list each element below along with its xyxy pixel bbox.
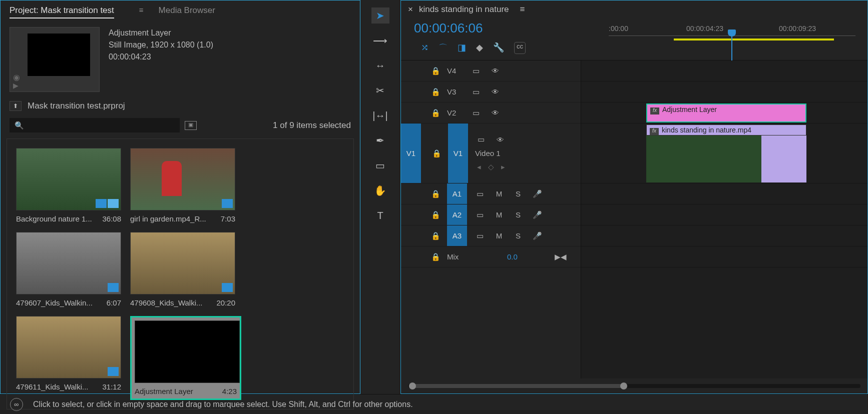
captions-icon[interactable]: cc xyxy=(514,42,526,54)
lock-icon[interactable]: 🔒 xyxy=(431,88,440,96)
bin-item-selected[interactable]: Adjustment Layer4:23 xyxy=(130,316,241,400)
solo-button[interactable]: S xyxy=(512,190,524,198)
creative-cloud-icon[interactable]: ∞ xyxy=(10,398,23,411)
fx-badge-icon: fx xyxy=(650,108,659,114)
voiceover-icon[interactable]: 🎤 xyxy=(531,190,543,198)
bin-item[interactable]: 479611_Kids_Walki...31:12 xyxy=(16,316,121,400)
lock-icon[interactable]: 🔒 xyxy=(432,149,441,158)
mute-button[interactable]: M xyxy=(493,210,505,219)
bin-item[interactable]: 479607_Kids_Walkin...6:07 xyxy=(16,232,121,307)
pen-tool-icon[interactable]: ✒ xyxy=(371,132,389,148)
slip-tool-icon[interactable]: |↔| xyxy=(371,108,389,124)
status-text: Click to select, or click in empty space… xyxy=(33,400,413,409)
eye-icon[interactable]: 👁 xyxy=(489,66,501,75)
track-a1[interactable]: 🔒 A1 ▭ M S 🎤 xyxy=(401,184,581,204)
sequence-name[interactable]: kinds standing in nature xyxy=(419,4,509,14)
track-v1[interactable]: V1 🔒 V1 ▭ 👁 Video 1 ◂ ◇ ▸ xyxy=(401,124,581,184)
new-bin-button[interactable]: ▣ xyxy=(185,121,197,130)
solo-button[interactable]: S xyxy=(512,232,524,240)
search-input[interactable] xyxy=(10,118,180,132)
track-select-tool-icon[interactable]: ⟶ xyxy=(371,32,389,48)
media-bin: Background nature 1...36:08 girl in gard… xyxy=(7,138,354,410)
sync-lock-icon[interactable]: ▭ xyxy=(470,88,482,96)
ripple-edit-tool-icon[interactable]: ↔ xyxy=(371,58,389,74)
target-a1[interactable]: A1 xyxy=(447,184,467,204)
lock-icon[interactable]: 🔒 xyxy=(431,190,440,198)
camera-icon: ◉ xyxy=(13,72,20,82)
target-v1[interactable]: V1 xyxy=(448,124,468,183)
sync-lock-icon[interactable]: ▭ xyxy=(470,66,482,76)
project-panel: Project: Mask transition test ≡ Media Br… xyxy=(0,0,360,394)
timeline-panel: × kinds standing in nature ≡ 00:00:06:06… xyxy=(400,0,868,394)
settings-icon[interactable]: 🔧 xyxy=(493,42,504,54)
project-filename: Mask transition test.prproj xyxy=(28,101,125,111)
voiceover-icon[interactable]: 🎤 xyxy=(531,232,543,240)
sync-lock-icon[interactable]: ▭ xyxy=(474,232,486,240)
panel-menu-icon[interactable]: ≡ xyxy=(139,6,144,18)
target-a2[interactable]: A2 xyxy=(447,204,467,225)
sync-lock-icon[interactable]: ▭ xyxy=(470,108,482,118)
insert-tool-icon[interactable]: ⤮ xyxy=(421,42,428,54)
marker-icon[interactable]: ◆ xyxy=(476,42,483,54)
eye-icon[interactable]: 👁 xyxy=(489,88,501,96)
preview-thumbnail[interactable]: ◉ ▶ xyxy=(10,27,100,92)
sync-lock-icon[interactable]: ▭ xyxy=(474,210,486,220)
mute-button[interactable]: M xyxy=(493,190,505,198)
tools-panel: ➤ ⟶ ↔ ✂ |↔| ✒ ▭ ✋ T xyxy=(360,0,400,394)
type-tool-icon[interactable]: T xyxy=(371,208,389,224)
sequence-menu-icon[interactable]: ≡ xyxy=(520,4,525,14)
lock-icon[interactable]: 🔒 xyxy=(431,210,440,220)
linked-selection-icon[interactable]: ◨ xyxy=(458,42,466,54)
voiceover-icon[interactable]: 🎤 xyxy=(531,210,543,220)
bin-item[interactable]: girl in garden.mp4_R...7:03 xyxy=(130,148,235,223)
target-a3[interactable]: A3 xyxy=(447,226,467,246)
bin-item[interactable]: Background nature 1...36:08 xyxy=(16,148,121,223)
mute-button[interactable]: M xyxy=(493,232,505,240)
track-a3[interactable]: 🔒 A3 ▭ M S 🎤 xyxy=(401,226,581,246)
timeline-scrollbar[interactable] xyxy=(401,378,867,394)
clip-thumbnail xyxy=(646,136,761,182)
solo-button[interactable]: S xyxy=(512,210,524,219)
lock-icon[interactable]: 🔒 xyxy=(431,252,440,262)
lock-icon[interactable]: 🔒 xyxy=(431,66,440,76)
track-a2[interactable]: 🔒 A2 ▭ M S 🎤 xyxy=(401,204,581,226)
clip-adjustment-layer[interactable]: fxAdjustment Layer xyxy=(646,104,806,122)
add-keyframe-icon[interactable]: ◇ xyxy=(488,162,494,172)
folder-up-button[interactable]: ⬆ xyxy=(10,101,22,111)
prev-keyframe-icon[interactable]: ◂ xyxy=(477,162,481,172)
project-bottom-toolbar: ✎ ☰ ▦ ❏ ○──── ≡ ⌄ ▮▮ 🔍 📁 ◪ 🗑 xyxy=(1,412,360,414)
source-patch-v1[interactable]: V1 xyxy=(401,124,421,183)
track-v2[interactable]: 🔒 V2 ▭ 👁 xyxy=(401,102,581,124)
razor-tool-icon[interactable]: ✂ xyxy=(371,82,389,98)
mix-value[interactable]: 0.0 xyxy=(507,252,518,261)
pan-icon[interactable]: ▶◀ xyxy=(555,252,567,262)
tab-media-browser[interactable]: Media Browser xyxy=(159,6,215,18)
preview-metadata: Adjustment Layer Still Image, 1920 x 108… xyxy=(109,27,213,92)
eye-icon[interactable]: 👁 xyxy=(494,136,506,144)
timeline-ruler[interactable]: :00:00 00:00:04:23 00:00:09:23 xyxy=(609,20,860,44)
timeline-content[interactable]: fxAdjustment Layer fxkinds standing in n… xyxy=(581,60,867,378)
clip-tail xyxy=(761,136,806,182)
track-v3[interactable]: 🔒 V3 ▭ 👁 xyxy=(401,82,581,102)
fx-badge-icon: fx xyxy=(650,128,659,135)
tab-project[interactable]: Project: Mask transition test xyxy=(10,6,114,18)
sync-lock-icon[interactable]: ▭ xyxy=(474,190,486,198)
track-mix[interactable]: 🔒 Mix 0.0 ▶◀ xyxy=(401,246,581,268)
lock-icon[interactable]: 🔒 xyxy=(431,232,440,240)
lock-icon[interactable]: 🔒 xyxy=(431,108,440,118)
track-v4[interactable]: 🔒 V4 ▭ 👁 xyxy=(401,60,581,82)
hand-tool-icon[interactable]: ✋ xyxy=(371,182,389,198)
selection-count: 1 of 9 items selected xyxy=(273,120,351,130)
track-headers: 🔒 V4 ▭ 👁 🔒 V3 ▭ 👁 🔒 V2 ▭ 👁 xyxy=(401,60,581,378)
play-icon[interactable]: ▶ xyxy=(13,82,19,90)
eye-icon[interactable]: 👁 xyxy=(489,108,501,117)
rectangle-tool-icon[interactable]: ▭ xyxy=(371,158,389,174)
next-keyframe-icon[interactable]: ▸ xyxy=(501,162,505,172)
bin-item[interactable]: 479608_Kids_Walki...20:20 xyxy=(130,232,235,307)
selection-tool-icon[interactable]: ➤ xyxy=(371,8,389,24)
close-sequence-icon[interactable]: × xyxy=(408,4,413,14)
clip-video[interactable]: fxkinds standing in nature.mp4 xyxy=(646,124,806,136)
sync-lock-icon[interactable]: ▭ xyxy=(475,135,487,144)
playhead-timecode[interactable]: 00:00:06:06 xyxy=(408,20,539,40)
snap-icon[interactable]: ⌒ xyxy=(439,42,448,54)
